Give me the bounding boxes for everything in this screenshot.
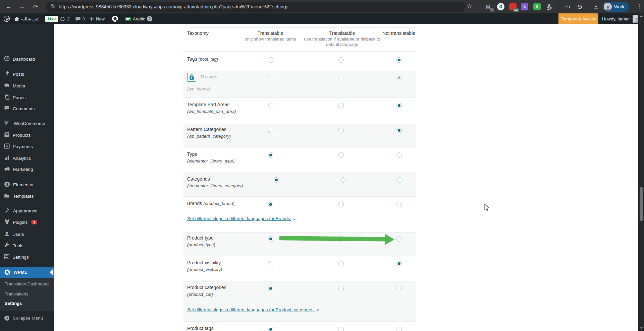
radio-not-translatable[interactable] xyxy=(396,286,402,291)
taxonomy-name: Product tags xyxy=(187,326,214,331)
taxonomy-slug: (product_visibility) xyxy=(187,267,222,272)
sidebar-item-products[interactable]: Products xyxy=(0,129,54,141)
sidebar-item-tools[interactable]: Tools xyxy=(0,240,54,251)
wrench-icon xyxy=(4,242,10,249)
bars-icon xyxy=(4,155,10,161)
comment-icon xyxy=(4,106,10,112)
radio-translatable-fallback[interactable] xyxy=(338,103,344,108)
sidebar-item-users[interactable]: Users xyxy=(0,228,54,240)
forward-button[interactable]: → xyxy=(17,2,27,11)
wpml-adminbar-icon[interactable] xyxy=(111,13,119,24)
new-content-button[interactable]: New xyxy=(89,13,105,24)
sidebar-item-media[interactable]: Media xyxy=(0,80,54,91)
sidebar-item-elementor[interactable]: Elementor xyxy=(0,179,54,190)
radio-translatable-only[interactable] xyxy=(268,286,273,291)
extension-red-icon[interactable]: 54 xyxy=(509,3,517,10)
sidebar-item-label: Dashboard xyxy=(13,57,35,62)
sidebar-item-payments[interactable]: $Payments xyxy=(0,141,54,152)
bookmark-star-icon[interactable]: ☆ xyxy=(467,3,472,10)
site-link[interactable]: تبي شاليه xyxy=(14,13,39,24)
account-menu[interactable]: Howdy, Itamar xyxy=(602,13,641,24)
sidebar-item-templates[interactable]: Templates xyxy=(0,190,54,202)
radio-translatable-fallback[interactable] xyxy=(338,202,344,207)
extension-puzzle-icon[interactable] xyxy=(545,3,553,10)
wp-admin-bar: تبي شاليه Live 2 0 New Arabic ? Temporar… xyxy=(0,13,644,24)
radio-translatable-only[interactable] xyxy=(268,261,273,266)
radio-not-translatable[interactable] xyxy=(396,57,402,63)
sidebar-item-analytics[interactable]: Analytics xyxy=(0,152,54,164)
scrollbar-up-arrow[interactable] xyxy=(640,15,643,17)
site-info-icon[interactable] xyxy=(50,4,55,10)
radio-translatable-only[interactable] xyxy=(268,236,273,242)
radio-translatable-only[interactable] xyxy=(268,128,273,133)
browser-menu-icon[interactable]: ⋮ xyxy=(637,3,642,9)
extension-m-icon[interactable]: M1 xyxy=(484,3,492,10)
wpml-submenu-translation-dashboard[interactable]: Translation Dashboard xyxy=(0,281,54,286)
language-switcher[interactable]: Arabic ? xyxy=(125,13,152,24)
howdy-label: Howdy, Itamar xyxy=(602,16,630,21)
header-taxonomy: Taxonomy xyxy=(187,30,209,36)
box-icon xyxy=(4,132,10,138)
collapse-menu-button[interactable]: Collapse Menu xyxy=(0,312,54,324)
pages-icon xyxy=(4,94,10,101)
sidebar-item-appearance[interactable]: Appearance xyxy=(0,205,54,216)
extension-grammarly-icon[interactable]: G xyxy=(497,3,504,10)
radio-not-translatable[interactable] xyxy=(396,152,402,158)
radio-not-translatable[interactable] xyxy=(396,236,402,242)
extension-k-icon[interactable]: K xyxy=(533,3,541,10)
user-icon xyxy=(4,231,9,238)
sidebar-item-woocommerce[interactable]: WWooCommerce xyxy=(0,118,54,129)
radio-translatable-fallback[interactable] xyxy=(338,261,344,266)
radio-not-translatable[interactable] xyxy=(396,202,402,207)
address-bar[interactable]: https://wordpress-983456-5786333.cloudwa… xyxy=(46,2,466,12)
sidebar-item-comments[interactable]: Comments xyxy=(0,103,54,114)
radio-translatable-fallback[interactable] xyxy=(338,57,344,63)
radio-translatable-fallback[interactable] xyxy=(338,286,344,291)
radio-not-translatable[interactable] xyxy=(397,177,402,183)
sidebar-item-wpml[interactable]: WPML xyxy=(0,267,54,278)
wpml-submenu-translations[interactable]: Translations xyxy=(0,291,54,296)
extension-purple-icon[interactable]: ✳ xyxy=(521,3,528,10)
radio-translatable-fallback[interactable] xyxy=(340,177,346,183)
favorites-star-icon[interactable]: ☆+ xyxy=(564,3,571,10)
radio-not-translatable[interactable] xyxy=(396,128,402,133)
set-different-slugs-link[interactable]: Set different slugs in different languag… xyxy=(187,216,296,221)
radio-translatable-only[interactable] xyxy=(268,327,273,331)
radio-translatable-only[interactable] xyxy=(268,103,273,108)
radio-translatable-only[interactable] xyxy=(268,57,273,63)
scrollbar-down-arrow[interactable] xyxy=(640,327,643,329)
radio-translatable-fallback[interactable] xyxy=(338,128,344,133)
radio-translatable-fallback xyxy=(338,75,344,80)
history-icon[interactable] xyxy=(576,3,583,10)
scrollbar-thumb[interactable] xyxy=(640,187,643,221)
back-button[interactable]: ← xyxy=(4,2,13,11)
radio-translatable-only[interactable] xyxy=(268,152,273,158)
radio-not-translatable[interactable] xyxy=(396,327,402,331)
page-scrollbar[interactable] xyxy=(638,13,644,331)
set-different-slugs-link[interactable]: Set different slugs in different languag… xyxy=(187,307,319,312)
radio-not-translatable[interactable] xyxy=(396,103,402,108)
taxonomy-row-product-visibility: Product visibility(product_visibility) xyxy=(183,256,416,281)
radio-translatable-fallback[interactable] xyxy=(338,152,344,158)
wp-logo-icon[interactable] xyxy=(3,13,10,24)
sidebar-item-pages[interactable]: Pages xyxy=(0,92,54,103)
reload-button[interactable]: ⟳ xyxy=(31,2,40,11)
sidebar-item-posts[interactable]: Posts xyxy=(0,68,54,80)
help-icon[interactable]: ? xyxy=(147,16,152,21)
browser-profile-button[interactable]: Work xyxy=(602,2,629,12)
language-label: Arabic xyxy=(133,16,145,21)
sidebar-item-marketing[interactable]: Marketing xyxy=(0,163,54,175)
comments-link[interactable]: 0 xyxy=(75,13,85,24)
sidebar-item-dashboard[interactable]: Dashboard xyxy=(0,53,54,65)
comment-count: 0 xyxy=(83,16,85,21)
radio-translatable-only[interactable] xyxy=(268,202,273,207)
sidebar-item-settings[interactable]: Settings xyxy=(0,251,54,263)
wpml-submenu-settings[interactable]: Settings xyxy=(0,301,54,306)
radio-translatable-fallback[interactable] xyxy=(338,327,344,331)
updates-link[interactable]: 2 xyxy=(60,13,69,24)
sidebar-item-plugins[interactable]: Plugins1 xyxy=(0,216,54,228)
temporary-access-button[interactable]: Temporary Access xyxy=(558,13,598,24)
download-icon[interactable] xyxy=(592,3,600,10)
radio-translatable-only[interactable] xyxy=(274,177,279,183)
radio-not-translatable[interactable] xyxy=(396,261,402,266)
